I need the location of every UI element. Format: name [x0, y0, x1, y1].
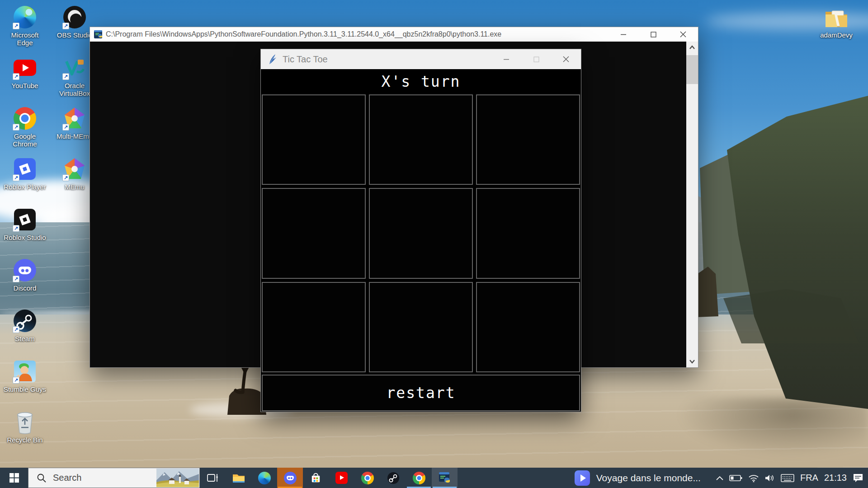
media-play-icon[interactable]	[575, 470, 590, 486]
taskbar-chrome-2[interactable]	[406, 468, 432, 488]
recycle-bin-icon	[12, 409, 38, 435]
console-title: C:\Program Files\WindowsApps\PythonSoftw…	[106, 30, 501, 38]
desktop-icon-roblox-studio[interactable]: ↗ Roblox Studio	[3, 207, 47, 241]
turn-status: X's turn	[261, 69, 581, 94]
discord-icon	[284, 472, 297, 484]
board-cell-r0c2[interactable]	[476, 94, 580, 185]
board-cell-r1c0[interactable]	[262, 188, 366, 278]
board-cell-r2c0[interactable]	[262, 282, 366, 372]
maximize-icon	[533, 56, 539, 62]
taskbar: Search	[0, 468, 868, 488]
clock[interactable]: 21:13	[824, 473, 847, 483]
shortcut-arrow-icon: ↗	[13, 377, 19, 384]
folder-icon	[824, 5, 849, 30]
desktop-icon-microsoft-edge[interactable]: ↗ Microsoft Edge	[3, 5, 47, 47]
tictactoe-minimize-button[interactable]	[491, 49, 521, 69]
desktop-icon-label: adamDevy	[815, 31, 858, 39]
minimize-icon	[620, 31, 627, 38]
console-scrollbar[interactable]	[686, 42, 698, 367]
tictactoe-titlebar[interactable]: Tic Tac Toe	[261, 49, 581, 69]
taskbar-spacer	[458, 468, 575, 488]
chrome-icon	[361, 472, 374, 484]
board-cell-r1c2[interactable]	[476, 188, 580, 278]
close-icon	[680, 31, 686, 38]
board-cell-r1c1[interactable]	[369, 188, 473, 278]
taskbar-edge[interactable]	[251, 468, 277, 488]
touch-keyboard-icon[interactable]	[781, 474, 794, 483]
discord-icon: ↗	[12, 258, 38, 283]
edge-icon: ↗	[12, 5, 38, 30]
console-close-button[interactable]	[668, 27, 698, 42]
screen: ↗ Microsoft Edge ↗ YouTube ↗ Google Chro…	[0, 0, 868, 488]
shortcut-arrow-icon: ↗	[13, 225, 19, 232]
desktop-icon-steam[interactable]: ↗ Steam	[3, 308, 47, 343]
youtube-icon: ↗	[12, 55, 38, 80]
memu-icon: ↗	[62, 156, 87, 182]
console-maximize-button[interactable]	[638, 27, 668, 42]
board-cell-r2c2[interactable]	[476, 282, 580, 372]
file-explorer-icon	[232, 473, 245, 483]
taskbar-file-explorer[interactable]	[226, 468, 251, 488]
roblox-player-icon: ↗	[12, 156, 38, 182]
console-titlebar[interactable]: C:\Program Files\WindowsApps\PythonSoftw…	[90, 27, 698, 42]
edge-icon	[258, 472, 271, 484]
board-cell-r0c1[interactable]	[369, 94, 473, 185]
tictactoe-close-button[interactable]	[551, 49, 581, 69]
battery-icon[interactable]	[729, 474, 742, 482]
taskbar-chrome[interactable]	[354, 468, 380, 488]
desktop-icon-label: Stumble Guys	[3, 385, 47, 393]
youtube-icon	[335, 472, 348, 484]
shortcut-arrow-icon: ↗	[62, 124, 69, 131]
scrollbar-thumb[interactable]	[686, 55, 698, 84]
search-highlight-image[interactable]	[156, 469, 199, 487]
scroll-down-icon[interactable]	[688, 357, 696, 366]
search-icon	[37, 473, 47, 483]
roblox-studio-icon: ↗	[12, 207, 38, 232]
notification-center-icon[interactable]	[853, 473, 863, 483]
tray-chevron-up-icon[interactable]	[716, 476, 723, 480]
taskbar-discord[interactable]	[277, 468, 303, 488]
steam-icon: ↗	[12, 308, 38, 333]
volume-icon[interactable]	[765, 474, 775, 482]
taskbar-youtube[interactable]	[329, 468, 354, 488]
taskbar-python-console[interactable]	[432, 468, 458, 488]
tictactoe-window: Tic Tac Toe X's turn	[260, 49, 581, 412]
taskbar-store[interactable]	[303, 468, 329, 488]
shortcut-arrow-icon: ↗	[13, 174, 19, 181]
desktop-icon-youtube[interactable]: ↗ YouTube	[3, 55, 47, 89]
search-box[interactable]: Search	[28, 468, 200, 488]
chrome-icon: ↗	[12, 106, 38, 131]
desktop-icon-label: Roblox Studio	[3, 234, 47, 241]
desktop-icon-recycle-bin[interactable]: Recycle Bin	[3, 409, 47, 444]
desktop-icon-label: Microsoft Edge	[3, 31, 47, 47]
start-button[interactable]	[0, 468, 28, 488]
close-icon	[563, 56, 569, 62]
obs-icon: ↗	[62, 5, 87, 30]
language-indicator[interactable]: FRA	[800, 473, 818, 483]
multi-memu-icon: ↗	[62, 106, 87, 131]
shortcut-arrow-icon: ↗	[62, 174, 69, 181]
tictactoe-title: Tic Tac Toe	[283, 54, 328, 65]
desktop-icon-roblox-player[interactable]: ↗ Roblox Player	[3, 156, 47, 191]
taskbar-steam[interactable]	[380, 468, 406, 488]
media-widget[interactable]: Voyage dans le monde...	[575, 468, 709, 488]
console-minimize-button[interactable]	[609, 27, 638, 42]
tictactoe-maximize-button[interactable]	[521, 49, 551, 69]
desktop-icon-google-chrome[interactable]: ↗ Google Chrome	[3, 106, 47, 148]
desktop-icon-label: Steam	[3, 335, 47, 343]
shortcut-arrow-icon: ↗	[13, 276, 19, 282]
wifi-icon[interactable]	[748, 474, 759, 482]
desktop-icon-adamdevy-folder[interactable]: adamDevy	[815, 5, 858, 39]
scroll-up-icon[interactable]	[688, 43, 696, 52]
shortcut-arrow-icon: ↗	[13, 73, 19, 80]
system-tray: FRA 21:13	[709, 468, 868, 488]
task-view-button[interactable]	[200, 468, 226, 488]
board-cell-r2c1[interactable]	[369, 282, 473, 372]
restart-button[interactable]: restart	[262, 375, 580, 411]
tk-feather-icon	[268, 54, 277, 65]
shortcut-arrow-icon: ↗	[13, 326, 19, 333]
desktop-icon-stumble-guys[interactable]: ↗ Stumble Guys	[3, 359, 47, 393]
desktop-icon-discord[interactable]: ↗ Discord	[3, 258, 47, 292]
shortcut-arrow-icon: ↗	[62, 23, 69, 29]
board-cell-r0c0[interactable]	[262, 94, 366, 185]
